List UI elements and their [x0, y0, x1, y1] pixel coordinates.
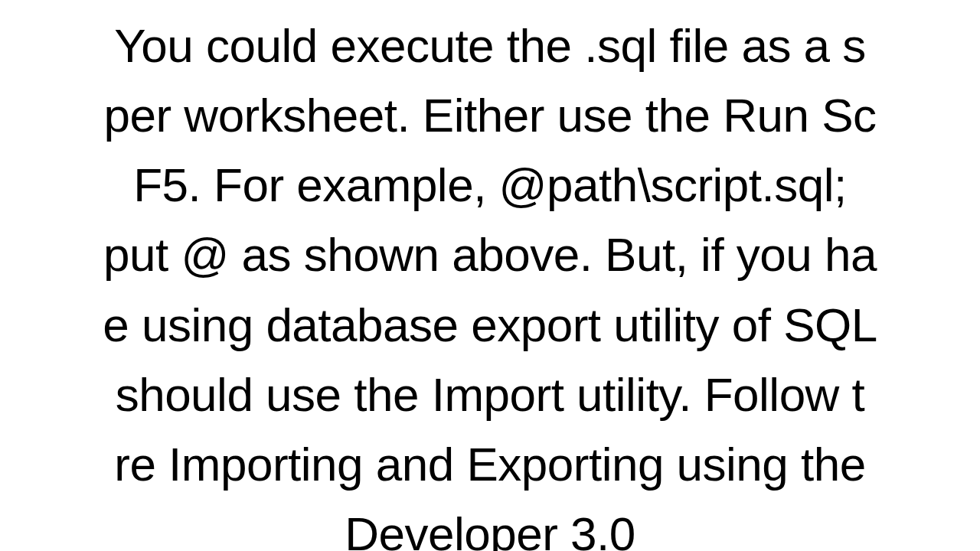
document-page: You could execute the .sql file as a s p… [0, 0, 980, 551]
body-text: You could execute the .sql file as a s p… [0, 11, 980, 551]
